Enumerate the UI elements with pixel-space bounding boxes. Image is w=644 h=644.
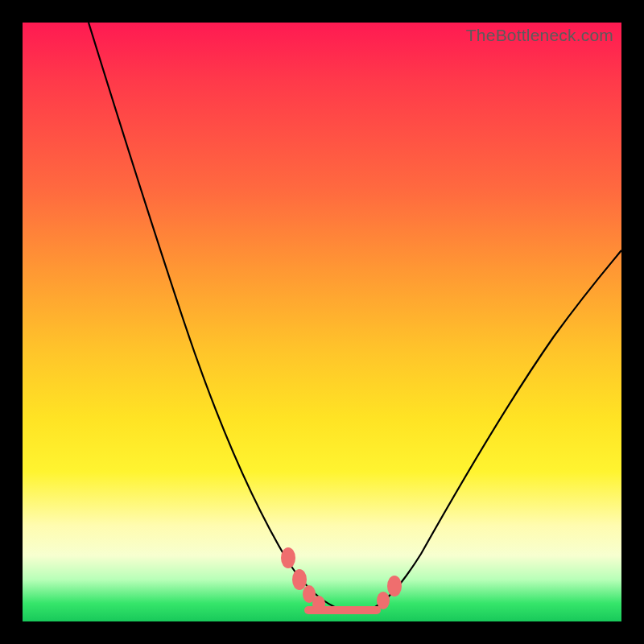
plot-area: TheBottleneck.com [23,23,621,621]
left-curve [89,23,343,610]
right-curve [369,250,621,610]
marker-dot [387,576,402,597]
marker-dot [292,569,307,590]
curves-svg [23,23,621,621]
chart-frame: TheBottleneck.com [0,0,644,644]
marker-dot [377,592,390,609]
marker-dot [281,547,295,568]
marker-dot [312,596,325,612]
